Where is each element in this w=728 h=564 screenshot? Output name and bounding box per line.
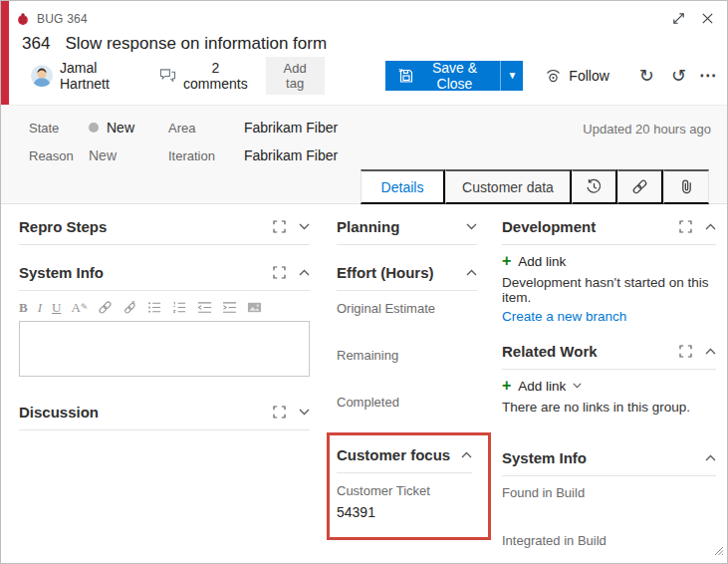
work-item-dialog: BUG 364 364 Slow response on information… [0, 0, 728, 564]
bold-icon[interactable]: B [19, 301, 28, 314]
insert-link-icon[interactable] [98, 300, 113, 315]
chevron-down-icon[interactable] [466, 223, 477, 230]
state-dot-icon [89, 123, 99, 133]
state-value-dropdown[interactable]: New [89, 120, 168, 136]
development-section-header[interactable]: Development [502, 218, 716, 245]
column-left: Repro Steps System Info [19, 218, 310, 430]
customer-focus-title: Customer focus [337, 446, 450, 463]
chevron-up-icon[interactable] [461, 451, 472, 458]
system-info-fields-title: System Info [502, 449, 587, 466]
work-item-header: BUG 364 364 Slow response on information… [1, 1, 727, 105]
original-estimate-label: Original Estimate [337, 301, 477, 316]
details-tab-content: Repro Steps System Info [1, 204, 727, 548]
chevron-down-icon[interactable] [299, 409, 310, 416]
bullet-list-icon[interactable] [147, 300, 162, 315]
chevron-down-icon[interactable] [299, 223, 310, 230]
last-updated-text: Updated 20 hours ago [583, 122, 711, 137]
chevron-up-icon[interactable] [705, 223, 716, 230]
effort-title: Effort (Hours) [337, 264, 434, 281]
work-item-type-color-bar [1, 1, 9, 105]
numbered-list-icon[interactable] [172, 300, 187, 315]
customer-ticket-label: Customer Ticket [337, 483, 472, 498]
tab-details[interactable]: Details [361, 169, 445, 204]
work-item-id: 364 [22, 34, 50, 54]
fullscreen-icon[interactable] [273, 220, 286, 233]
refresh-icon[interactable]: ↻ [639, 67, 654, 85]
increase-indent-icon[interactable] [222, 300, 237, 315]
assignee-avatar[interactable] [31, 65, 53, 87]
maximize-icon[interactable] [671, 11, 686, 26]
undo-icon[interactable]: ↺ [671, 67, 686, 85]
dev-empty-text: Development hasn't started on this item. [502, 275, 716, 305]
customer-ticket-value[interactable]: 54391 [337, 504, 472, 520]
reason-label: Reason [29, 148, 89, 163]
iteration-value[interactable]: Fabrikam Fiber [244, 147, 338, 163]
close-icon[interactable] [700, 11, 715, 26]
fullscreen-icon[interactable] [679, 220, 692, 233]
found-in-build-label: Found in Build [502, 485, 716, 500]
related-empty-text: There are no links in this group. [502, 400, 716, 415]
chevron-up-icon[interactable] [705, 454, 716, 461]
save-close-split-button: Save & Close ▼ [385, 61, 524, 91]
resize-grip[interactable] [710, 542, 724, 560]
save-close-button[interactable]: Save & Close [385, 61, 501, 91]
paperclip-icon [678, 178, 695, 195]
fullscreen-icon[interactable] [273, 406, 286, 419]
development-title: Development [502, 218, 596, 235]
fullscreen-icon[interactable] [679, 345, 692, 358]
related-work-section-header[interactable]: Related Work [502, 343, 716, 370]
underline-icon[interactable]: U [52, 301, 61, 314]
tab-links[interactable] [617, 169, 663, 204]
system-info-editor[interactable] [19, 321, 310, 377]
system-info-fields-section-header[interactable]: System Info [502, 449, 716, 476]
follow-icon [545, 68, 562, 84]
caret-down-icon: ▼ [507, 70, 517, 81]
link-icon [631, 178, 648, 195]
rich-text-toolbar: B I U A✎ [19, 300, 310, 315]
system-info-title: System Info [19, 264, 104, 281]
fullscreen-icon[interactable] [273, 266, 286, 279]
create-branch-link[interactable]: Create a new branch [502, 309, 716, 324]
work-item-title[interactable]: 364 Slow response on information form [1, 26, 727, 54]
more-actions-icon[interactable]: ⋯ [699, 67, 717, 84]
chevron-up-icon[interactable] [299, 269, 310, 276]
repro-steps-section-header[interactable]: Repro Steps [19, 218, 310, 245]
tab-history[interactable] [572, 169, 617, 204]
chevron-up-icon[interactable] [705, 348, 716, 355]
reason-value[interactable]: New [89, 147, 168, 163]
history-icon [586, 178, 603, 195]
assignee-name[interactable]: Jamal Hartnett [60, 60, 138, 92]
iteration-label: Iteration [168, 148, 244, 163]
tab-strip: Details Customer data [361, 169, 709, 204]
planning-title: Planning [337, 218, 399, 235]
comments-button[interactable]: 2 comments [159, 60, 248, 92]
related-add-link-label: Add link [518, 379, 566, 394]
follow-button[interactable]: Follow [545, 68, 608, 84]
remove-link-icon[interactable] [122, 300, 137, 315]
customer-focus-section-header[interactable]: Customer focus [337, 446, 472, 473]
integrated-in-build-label: Integrated in Build [502, 533, 716, 548]
format-painter-icon[interactable]: A✎ [71, 301, 88, 314]
discussion-title: Discussion [19, 404, 99, 421]
work-item-meta-bar: State New Area Fabrikam Fiber Reason New… [1, 105, 727, 204]
add-tag-button[interactable]: Add tag [266, 57, 325, 95]
discussion-section-header[interactable]: Discussion [19, 404, 310, 430]
dev-add-link-button[interactable]: + Add link [502, 253, 566, 269]
related-add-link-button[interactable]: + Add link [502, 378, 582, 394]
save-options-caret[interactable]: ▼ [500, 61, 523, 91]
effort-section-header[interactable]: Effort (Hours) [337, 264, 477, 291]
area-value[interactable]: Fabrikam Fiber [244, 120, 338, 136]
insert-image-icon[interactable] [247, 300, 262, 315]
follow-label: Follow [569, 68, 608, 84]
decrease-indent-icon[interactable] [197, 300, 212, 315]
planning-section-header[interactable]: Planning [337, 218, 477, 245]
dev-add-link-label: Add link [518, 254, 566, 269]
tab-attachments[interactable] [663, 169, 709, 204]
related-work-title: Related Work [502, 343, 598, 360]
system-info-section-header[interactable]: System Info [19, 264, 310, 291]
tab-customer-data[interactable]: Customer data [445, 169, 572, 204]
column-right: Development + Add link Development hasn'… [502, 218, 716, 548]
area-label: Area [168, 121, 244, 136]
italic-icon[interactable]: I [38, 301, 42, 314]
chevron-up-icon[interactable] [466, 269, 477, 276]
